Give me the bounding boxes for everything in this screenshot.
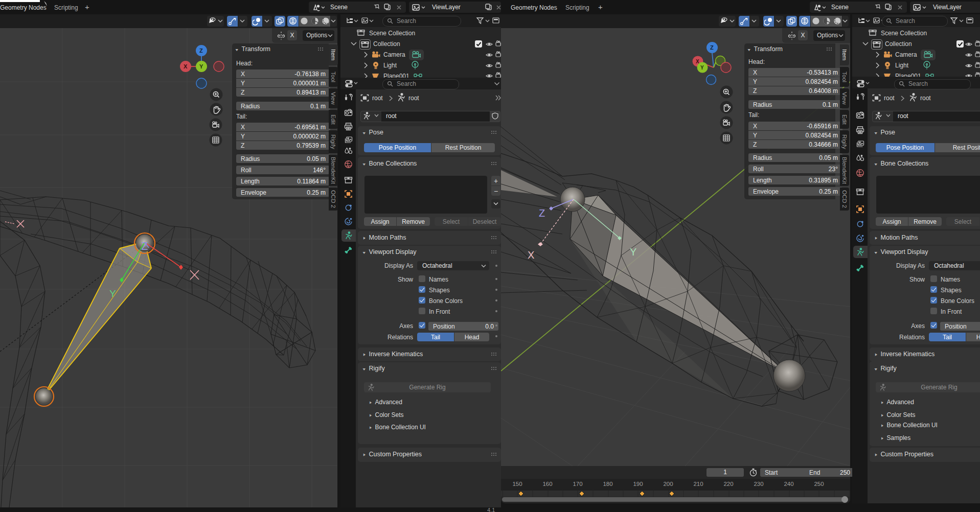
- svg-text:Z: Z: [141, 240, 148, 252]
- svg-text:Y: Y: [630, 246, 636, 258]
- svg-text:Y: Y: [109, 288, 116, 299]
- svg-text:X: X: [528, 249, 534, 261]
- svg-text:X: X: [184, 63, 188, 69]
- svg-text:Y: Y: [700, 65, 704, 71]
- svg-text:Z: Z: [199, 48, 203, 54]
- svg-text:Z: Z: [710, 44, 714, 51]
- svg-text:Y: Y: [199, 63, 203, 69]
- svg-text:Z: Z: [539, 207, 545, 219]
